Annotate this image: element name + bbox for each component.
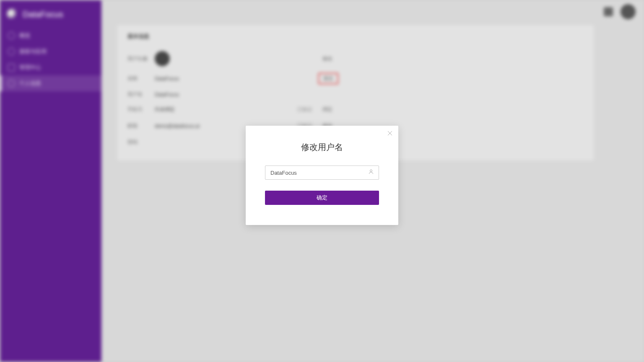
label-password: 密码 <box>127 139 155 146</box>
user-avatar[interactable] <box>621 4 636 19</box>
label-phone: 手机号 <box>127 106 155 113</box>
edit-avatar-button[interactable]: 修改 <box>318 54 337 64</box>
sidebar-item-overview[interactable]: 概览 <box>0 28 101 44</box>
nav-label: 搜索与应用 <box>19 48 47 55</box>
logo: DataFocus <box>0 5 101 28</box>
sidebar-item-search-apps[interactable]: 搜索与应用 <box>0 44 101 59</box>
user-icon <box>8 80 15 87</box>
nav-label: 个人信息 <box>19 80 41 87</box>
status-phone: 已验证 <box>297 106 318 113</box>
modal-close-button[interactable] <box>387 130 393 137</box>
row-phone: 手机号 尚未绑定 已验证 绑定 <box>127 101 584 118</box>
row-avatar: 用户头像 修改 <box>127 48 584 70</box>
input-wrapper <box>265 165 379 180</box>
section-title: 基本信息 <box>127 33 584 40</box>
edit-name-button[interactable]: 修改 <box>318 73 338 84</box>
confirm-button[interactable]: 确定 <box>265 191 379 205</box>
admin-icon <box>8 64 15 71</box>
label-email: 邮箱 <box>127 122 155 129</box>
overview-icon <box>8 32 15 39</box>
avatar-image <box>155 51 170 66</box>
modal-title: 修改用户名 <box>246 142 398 153</box>
label-avatar: 用户头像 <box>127 55 155 62</box>
user-icon <box>368 169 374 176</box>
nav-label: 管理中心 <box>19 64 41 71</box>
username-input[interactable] <box>265 165 379 180</box>
topbar <box>101 0 644 23</box>
sidebar-item-profile[interactable]: 个人信息 <box>0 75 101 91</box>
label-name: 名称 <box>127 75 155 82</box>
nav-label: 概览 <box>19 32 30 39</box>
sidebar-item-admin[interactable]: 管理中心 <box>0 59 101 75</box>
cloud-icon <box>8 48 15 55</box>
logo-icon <box>7 8 18 20</box>
logo-text: DataFocus <box>23 10 63 19</box>
value-name: DataFocus <box>155 76 297 82</box>
svg-point-2 <box>370 170 372 172</box>
row-username: 用户名 DataFocus <box>127 88 584 101</box>
menu-icon[interactable] <box>604 7 613 16</box>
edit-username-modal: 修改用户名 确定 <box>246 126 398 225</box>
value-phone: 尚未绑定 <box>155 106 297 113</box>
label-username: 用户名 <box>127 91 155 98</box>
close-icon <box>387 131 392 136</box>
bind-phone-button[interactable]: 绑定 <box>318 105 337 114</box>
sidebar: DataFocus 概览 搜索与应用 管理中心 个人信息 <box>0 0 101 362</box>
value-username: DataFocus <box>155 92 297 98</box>
row-name: 名称 DataFocus 修改 <box>127 70 584 88</box>
